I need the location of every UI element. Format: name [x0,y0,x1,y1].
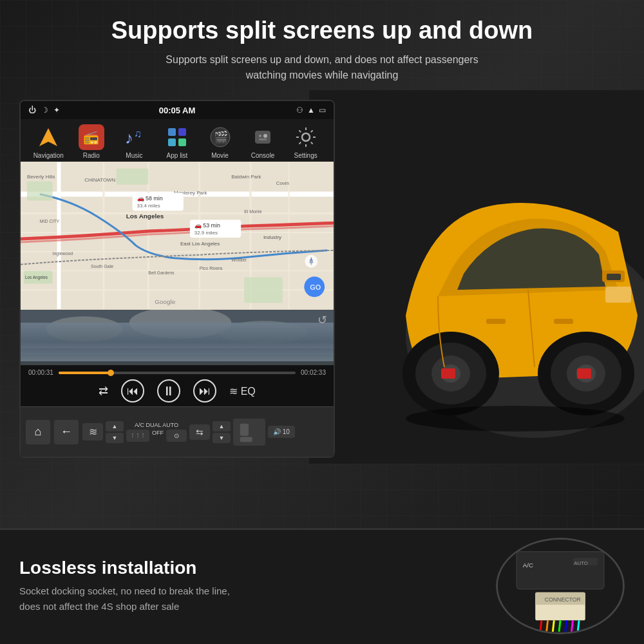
status-time: 00:05 AM [159,106,196,115]
temp-up-right[interactable]: ▲ [213,421,231,431]
wiring-container: A/C AUTO CONNECTOR [496,538,625,634]
svg-line-91 [553,620,554,631]
temp-up-left[interactable]: ▲ [106,421,124,431]
music-icon: ♪ ♫ [121,124,147,150]
video-section[interactable]: ↺ 00:00:31 00:02:33 ⇄ [21,310,334,406]
svg-line-95 [578,620,579,631]
volume-button[interactable]: 🔊 10 [268,426,295,438]
svg-text:AUTO: AUTO [574,560,587,566]
progress-fill [59,372,111,374]
current-time: 00:00:31 [28,369,53,376]
car-area [309,90,644,464]
svg-text:🚗 53 min: 🚗 53 min [194,222,220,229]
svg-rect-24 [178,138,186,146]
svg-text:Industry: Industry [263,234,281,240]
ac-label: A/C DUAL AUTO [135,422,178,428]
bottom-divider [0,528,644,530]
movie-icon: 🎬 [207,124,233,150]
svg-text:East Los Angeles: East Los Angeles [180,241,220,247]
svg-rect-45 [117,169,149,185]
wiring-visual: A/C AUTO CONNECTOR [496,538,625,634]
console-label: Console [251,152,275,159]
seat-btn[interactable] [233,419,265,446]
off-label: OFF [152,430,164,442]
svg-rect-12 [605,287,631,303]
svg-text:Baldwin Park: Baldwin Park [231,174,261,180]
applist-icon [164,124,190,150]
radio-app-item[interactable]: 📻 Radio [72,124,111,159]
movie-app-item[interactable]: 🎬 Movie [201,124,240,159]
climate-bar: ⌂ ← ≋ ▲ ▼ A/C DUAL AUTO ⋮⋮⋮ OFF [21,406,334,457]
progress-row: 00:00:31 00:02:33 [28,369,326,376]
temp-arrows-right: ▲ ▼ [213,421,231,443]
settings-icon [293,124,319,150]
defrost-btn[interactable]: ⊙ [166,430,187,442]
fan-direction-btn[interactable]: ⇆ [189,424,210,440]
replay-icon[interactable]: ↺ [317,313,327,327]
svg-rect-46 [244,277,283,303]
svg-line-93 [565,620,567,631]
radio-icon: 📻 [79,124,104,150]
svg-text:CONNECTOR: CONNECTOR [545,596,581,603]
svg-rect-76 [21,323,334,348]
map-section[interactable]: Beverly Hills CHINATOWN Los Angeles Mont… [21,162,334,310]
svg-point-30 [302,133,310,141]
moon-icon: ☽ [41,106,48,115]
prev-button[interactable]: ⏮ [121,379,144,402]
device-container: ⏻ ☽ ✦ 00:05 AM ⚇ ▲ ▭ [19,100,335,458]
svg-text:♫: ♫ [134,128,142,139]
svg-text:Covin: Covin [276,180,289,186]
pause-button[interactable]: ⏸ [157,379,180,402]
svg-point-28 [259,135,261,137]
main-title: Supports split screens up and down [13,16,631,46]
svg-rect-11 [607,274,621,280]
temp-down-right[interactable]: ▼ [213,433,231,443]
applist-app-item[interactable]: App list [158,124,196,159]
svg-rect-84 [516,552,604,589]
usb-icon: ⚇ [296,106,303,115]
svg-text:Pico Rivera: Pico Rivera [200,266,223,270]
svg-text:El Monte: El Monte [244,209,262,214]
svg-text:Bell Gardens: Bell Gardens [148,270,175,275]
svg-rect-14 [554,319,573,324]
svg-rect-81 [240,423,249,435]
svg-text:South Gate: South Gate [91,264,113,269]
home-button[interactable]: ⌂ [26,420,50,444]
svg-point-15 [406,406,625,431]
svg-text:Los Angeles: Los Angeles [126,213,164,220]
svg-rect-13 [486,319,506,324]
nav-app-item[interactable]: Navigation [29,124,68,159]
eq-icon[interactable]: ≋ EQ [229,385,256,397]
console-icon [250,124,276,150]
music-app-item[interactable]: ♪ ♫ Music [115,124,153,159]
svg-text:Beverly Hills: Beverly Hills [27,174,55,180]
svg-text:32.9 miles: 32.9 miles [194,230,218,236]
device-screen: ⏻ ☽ ✦ 00:05 AM ⚇ ▲ ▭ [19,100,335,458]
svg-point-77 [46,316,123,342]
fanspeed-btn[interactable]: ⋮⋮⋮ [126,430,149,442]
movie-label: Movie [211,152,229,159]
svg-rect-23 [168,138,176,146]
title-area: Supports split screens up and down Suppo… [0,0,644,90]
shuffle-icon[interactable]: ⇄ [99,384,108,398]
back-button[interactable]: ← [54,420,79,444]
next-button[interactable]: ⏭ [193,379,216,402]
progress-dot [108,370,114,376]
applist-label: App list [167,152,188,159]
svg-line-92 [559,620,560,631]
svg-rect-16 [441,368,455,379]
video-background [21,310,334,374]
svg-rect-29 [259,138,267,140]
status-icons-left: ⏻ ☽ ✦ [28,106,60,115]
svg-text:🎬: 🎬 [214,130,229,144]
settings-app-item[interactable]: Settings [287,124,325,159]
fan-btn[interactable]: ≋ [82,423,103,440]
bottom-section: Lossless installation Socket docking soc… [0,528,644,644]
temp-down-left[interactable]: ▼ [106,433,124,443]
progress-bar[interactable] [59,372,296,374]
console-app-item[interactable]: Console [243,124,282,159]
svg-text:MID CITY: MID CITY [40,219,60,223]
svg-text:Google: Google [155,298,175,305]
svg-text:Inglewood: Inglewood [53,251,73,256]
nav-icon [35,124,61,150]
